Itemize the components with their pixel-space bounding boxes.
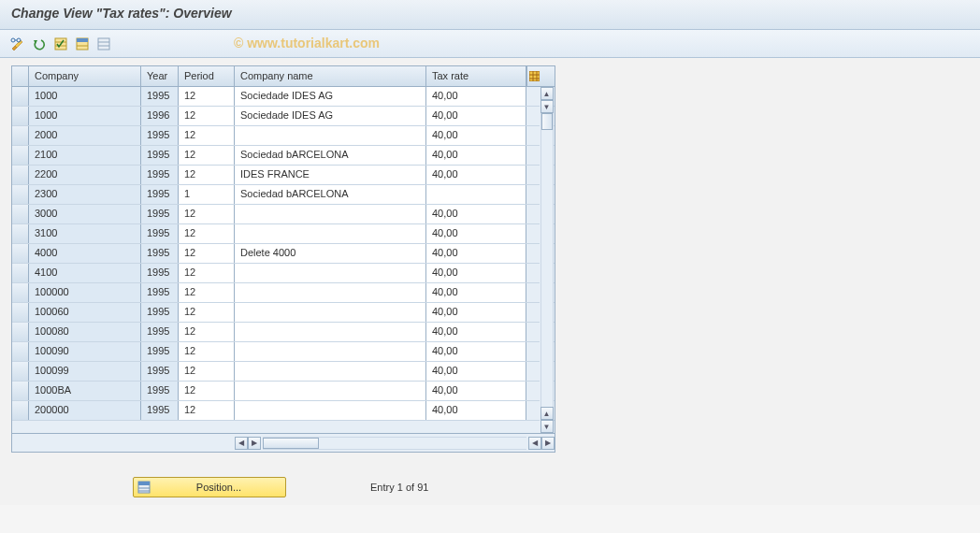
- cell-company[interactable]: 1000: [29, 107, 141, 125]
- row-selector[interactable]: [12, 107, 29, 125]
- cell-year[interactable]: 1995: [141, 224, 179, 243]
- cell-period[interactable]: 12: [179, 244, 235, 263]
- cell-company[interactable]: 3100: [29, 224, 141, 243]
- row-selector[interactable]: [12, 146, 29, 165]
- cell-tax-rate[interactable]: 40,00: [426, 283, 526, 302]
- cell-company-name[interactable]: [235, 401, 426, 420]
- cell-tax-rate[interactable]: 40,00: [426, 382, 526, 400]
- cell-period[interactable]: 12: [179, 342, 235, 361]
- cell-tax-rate[interactable]: 40,00: [426, 362, 526, 381]
- scroll-left-button[interactable]: ◀: [235, 437, 248, 450]
- cell-year[interactable]: 1995: [141, 283, 179, 302]
- cell-year[interactable]: 1995: [141, 185, 179, 204]
- cell-period[interactable]: 12: [179, 107, 235, 125]
- scroll-right-button-2[interactable]: ▶: [541, 437, 555, 450]
- cell-company-name[interactable]: Sociedade IDES AG: [235, 87, 426, 106]
- row-selector[interactable]: [12, 342, 29, 361]
- scroll-up-button[interactable]: ▲: [540, 87, 554, 100]
- cell-company[interactable]: 2200: [29, 166, 141, 184]
- row-selector[interactable]: [12, 166, 29, 184]
- cell-company[interactable]: 2300: [29, 185, 141, 204]
- cell-tax-rate[interactable]: 40,00: [426, 146, 526, 165]
- cell-company-name[interactable]: [235, 224, 426, 243]
- cell-year[interactable]: 1995: [141, 303, 179, 322]
- vertical-scroll-track[interactable]: [540, 113, 554, 407]
- cell-company-name[interactable]: [235, 362, 426, 381]
- row-selector[interactable]: [12, 362, 29, 381]
- cell-company-name[interactable]: Sociedad bARCELONA: [235, 185, 426, 204]
- edit-toggle-button[interactable]: [7, 34, 28, 54]
- cell-company-name[interactable]: [235, 303, 426, 322]
- cell-period[interactable]: 12: [179, 362, 235, 381]
- cell-period[interactable]: 12: [179, 303, 235, 322]
- cell-company-name[interactable]: [235, 264, 426, 282]
- col-header-company-name[interactable]: Company name: [235, 66, 426, 86]
- cell-company-name[interactable]: [235, 283, 426, 302]
- header-row-selector[interactable]: [12, 66, 29, 86]
- cell-company[interactable]: 1000: [29, 87, 141, 106]
- cell-year[interactable]: 1995: [141, 362, 179, 381]
- scroll-up-button-2[interactable]: ▲: [540, 407, 554, 420]
- row-selector[interactable]: [12, 264, 29, 282]
- cell-period[interactable]: 12: [179, 126, 235, 145]
- cell-period[interactable]: 12: [179, 205, 235, 223]
- cell-tax-rate[interactable]: 40,00: [426, 303, 526, 322]
- cell-period[interactable]: 12: [179, 283, 235, 302]
- row-selector[interactable]: [12, 382, 29, 400]
- row-selector[interactable]: [12, 126, 29, 145]
- table-config-button[interactable]: [526, 66, 540, 86]
- cell-tax-rate[interactable]: 40,00: [426, 166, 526, 184]
- row-selector[interactable]: [12, 323, 29, 341]
- undo-button[interactable]: [29, 34, 50, 54]
- cell-company[interactable]: 100060: [29, 303, 141, 322]
- cell-year[interactable]: 1995: [141, 146, 179, 165]
- cell-company-name[interactable]: [235, 126, 426, 145]
- cell-year[interactable]: 1995: [141, 382, 179, 400]
- scroll-left-button-2[interactable]: ◀: [528, 437, 541, 450]
- cell-tax-rate[interactable]: [426, 185, 526, 204]
- cell-period[interactable]: 12: [179, 224, 235, 243]
- row-selector[interactable]: [12, 205, 29, 223]
- horizontal-scroll-track[interactable]: [263, 437, 526, 450]
- scroll-down-button[interactable]: ▼: [540, 100, 554, 113]
- cell-company-name[interactable]: IDES FRANCE: [235, 166, 426, 184]
- cell-year[interactable]: 1995: [141, 126, 179, 145]
- cell-tax-rate[interactable]: 40,00: [426, 244, 526, 263]
- select-all-button[interactable]: [50, 34, 71, 54]
- cell-year[interactable]: 1996: [141, 107, 179, 125]
- cell-tax-rate[interactable]: 40,00: [426, 126, 526, 145]
- cell-company-name[interactable]: [235, 342, 426, 361]
- cell-period[interactable]: 12: [179, 87, 235, 106]
- select-block-button[interactable]: [72, 34, 93, 54]
- scroll-down-button-2[interactable]: ▼: [540, 420, 554, 433]
- cell-company[interactable]: 100080: [29, 323, 141, 341]
- cell-company[interactable]: 100000: [29, 283, 141, 302]
- cell-company[interactable]: 100090: [29, 342, 141, 361]
- cell-company-name[interactable]: Delete 4000: [235, 244, 426, 263]
- cell-company[interactable]: 200000: [29, 401, 141, 420]
- cell-period[interactable]: 12: [179, 323, 235, 341]
- cell-tax-rate[interactable]: 40,00: [426, 323, 526, 341]
- cell-tax-rate[interactable]: 40,00: [426, 87, 526, 106]
- cell-tax-rate[interactable]: 40,00: [426, 224, 526, 243]
- row-selector[interactable]: [12, 224, 29, 243]
- cell-company-name[interactable]: [235, 205, 426, 223]
- col-header-tax-rate[interactable]: Tax rate: [426, 66, 526, 86]
- cell-year[interactable]: 1995: [141, 401, 179, 420]
- vertical-scrollbar[interactable]: ▲ ▼ ▲ ▼: [540, 87, 554, 433]
- cell-tax-rate[interactable]: 40,00: [426, 264, 526, 282]
- cell-company[interactable]: 4000: [29, 244, 141, 263]
- deselect-all-button[interactable]: [94, 34, 114, 54]
- cell-year[interactable]: 1995: [141, 205, 179, 223]
- cell-period[interactable]: 12: [179, 401, 235, 420]
- cell-period[interactable]: 12: [179, 382, 235, 400]
- vertical-scroll-thumb[interactable]: [541, 113, 553, 130]
- col-header-company[interactable]: Company: [29, 66, 141, 86]
- cell-period[interactable]: 12: [179, 166, 235, 184]
- col-header-year[interactable]: Year: [141, 66, 179, 86]
- row-selector[interactable]: [12, 401, 29, 420]
- cell-year[interactable]: 1995: [141, 166, 179, 184]
- cell-company[interactable]: 2000: [29, 126, 141, 145]
- cell-year[interactable]: 1995: [141, 342, 179, 361]
- cell-company[interactable]: 4100: [29, 264, 141, 282]
